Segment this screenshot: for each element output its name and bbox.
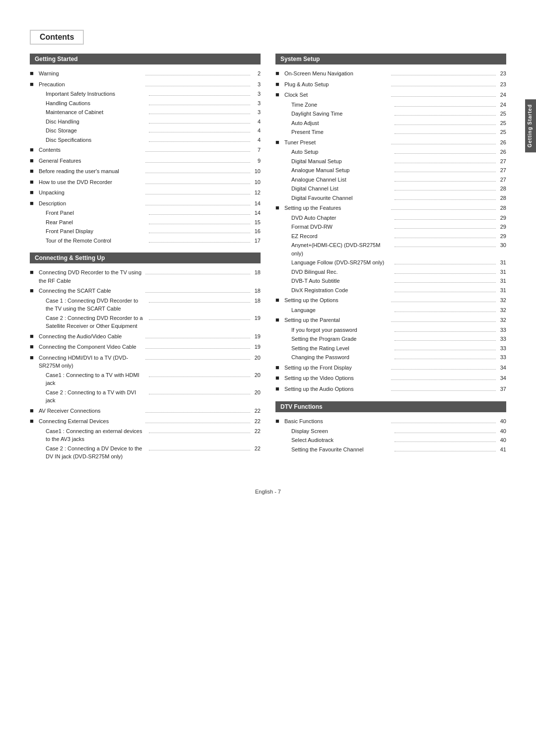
dot-leader bbox=[145, 173, 251, 173]
page-number: 28 bbox=[497, 204, 506, 212]
dot-leader bbox=[145, 205, 251, 205]
dot-leader bbox=[145, 184, 251, 184]
list-item: DVB-T Auto Subtitle31 bbox=[284, 277, 506, 285]
page-number: 22 bbox=[252, 407, 261, 415]
list-item: Time Zone24 bbox=[284, 101, 506, 109]
page-number: 4 bbox=[252, 136, 261, 144]
page-number: 14 bbox=[252, 199, 261, 208]
dot-leader bbox=[391, 209, 496, 210]
dot-leader bbox=[391, 302, 496, 302]
list-item: ■Connecting External Devices22 bbox=[30, 416, 261, 426]
dot-leader bbox=[145, 359, 251, 360]
bullet-icon: ■ bbox=[30, 68, 37, 78]
page-number: 7 bbox=[252, 146, 261, 154]
page-number: 3 bbox=[252, 108, 261, 117]
page-number: 29 bbox=[497, 214, 506, 222]
page-number: 2 bbox=[252, 69, 261, 78]
item-label: Before reading the user's manual bbox=[39, 167, 144, 176]
dtv-section: DTV Functions ■Basic Functions40Display … bbox=[275, 401, 506, 453]
page-number: 33 bbox=[497, 326, 506, 334]
item-label: Connecting DVD Recorder to the TV using … bbox=[39, 268, 144, 285]
dtv-header: DTV Functions bbox=[275, 401, 506, 412]
item-label: Display Screen bbox=[291, 427, 393, 436]
dot-leader bbox=[149, 114, 251, 114]
list-item: Rear Panel15 bbox=[39, 218, 261, 227]
bullet-icon: ■ bbox=[30, 416, 37, 426]
item-label: Precaution bbox=[39, 80, 144, 89]
page-number: 33 bbox=[497, 344, 506, 353]
page-number: 37 bbox=[497, 385, 506, 393]
getting-started-list: ■Warning2■Precaution3Important Safety In… bbox=[30, 68, 261, 245]
list-item: ■Setting up the Front Display34 bbox=[275, 363, 506, 373]
list-item: ■AV Receiver Connections22 bbox=[30, 406, 261, 416]
list-item: Language Follow (DVD-SR275M only)31 bbox=[284, 258, 506, 267]
page-number: 3 bbox=[252, 99, 261, 108]
dot-leader bbox=[395, 264, 496, 264]
item-label: If you forgot your password bbox=[291, 326, 393, 334]
list-item: Disc Storage4 bbox=[39, 126, 261, 135]
list-item: Case 1 : Connecting DVD Recorder to the … bbox=[39, 297, 261, 313]
dot-leader bbox=[395, 340, 496, 341]
list-item: EZ Record29 bbox=[284, 232, 506, 241]
list-item: Changing the Password33 bbox=[284, 353, 506, 362]
dot-leader bbox=[391, 390, 496, 391]
dot-leader bbox=[149, 214, 251, 215]
item-label: Case1 : Connecting to a TV with HDMI jac… bbox=[46, 371, 147, 387]
dot-leader bbox=[395, 125, 496, 125]
list-item: Present Time25 bbox=[284, 128, 506, 136]
item-label: Auto Setup bbox=[291, 148, 393, 156]
item-label: Plug & Auto Setup bbox=[284, 80, 390, 89]
list-item: ■Plug & Auto Setup23 bbox=[275, 79, 506, 89]
dot-leader bbox=[391, 369, 496, 370]
page-number: 19 bbox=[252, 314, 261, 322]
page-number: 25 bbox=[497, 110, 506, 118]
list-item: Important Safety Instructions3 bbox=[39, 90, 261, 98]
connecting-header: Connecting & Setting Up bbox=[30, 252, 261, 263]
item-label: Basic Functions bbox=[284, 417, 390, 426]
page-number: 10 bbox=[252, 167, 261, 176]
page-number: 20 bbox=[252, 388, 261, 397]
item-label: Case 2 : Connecting DVD Recorder to a Sa… bbox=[46, 314, 147, 330]
dot-leader bbox=[391, 423, 496, 423]
list-item: Front Panel14 bbox=[39, 209, 261, 217]
system-setup-header: System Setup bbox=[275, 54, 506, 64]
list-item: DVD Auto Chapter29 bbox=[284, 214, 506, 222]
list-item: ■Setting up the Features28 bbox=[275, 203, 506, 213]
item-label: Changing the Password bbox=[291, 353, 393, 362]
list-item: ■Precaution3 bbox=[30, 79, 261, 89]
bullet-icon: ■ bbox=[30, 342, 37, 352]
list-item: Case1 : Connecting an external devices t… bbox=[39, 427, 261, 443]
item-label: On-Screen Menu Navigation bbox=[284, 69, 390, 78]
item-label: Disc Handling bbox=[46, 118, 147, 126]
dot-leader bbox=[395, 163, 496, 163]
page-number: 27 bbox=[497, 157, 506, 166]
page-number: 28 bbox=[497, 185, 506, 193]
bullet-icon: ■ bbox=[30, 267, 37, 277]
item-label: Tuner Preset bbox=[284, 138, 390, 147]
page-number: 4 bbox=[252, 126, 261, 135]
page-number: 3 bbox=[252, 90, 261, 98]
item-label: Select Audiotrack bbox=[291, 436, 393, 444]
dot-leader bbox=[149, 302, 251, 303]
dot-leader bbox=[395, 115, 496, 116]
bullet-icon: ■ bbox=[30, 286, 37, 296]
page-number: 32 bbox=[497, 316, 506, 324]
bullet-icon: ■ bbox=[30, 331, 37, 341]
bullet-icon: ■ bbox=[275, 384, 282, 394]
page-number: 18 bbox=[252, 287, 261, 295]
item-label: Handling Cautions bbox=[46, 99, 147, 108]
list-item: ■Connecting HDMI/DVI to a TV (DVD-SR275M… bbox=[30, 353, 261, 370]
list-item: Setting the Favourite Channel41 bbox=[284, 445, 506, 454]
bullet-icon: ■ bbox=[30, 198, 37, 208]
list-item: If you forgot your password33 bbox=[284, 326, 506, 334]
page-title: Contents bbox=[30, 30, 84, 45]
dot-leader bbox=[395, 433, 496, 433]
item-label: Setting up the Options bbox=[284, 296, 390, 305]
item-label: Description bbox=[39, 199, 144, 208]
list-item: Display Screen40 bbox=[284, 427, 506, 436]
list-item: Auto Setup26 bbox=[284, 148, 506, 156]
item-label: Auto Adjust bbox=[291, 119, 393, 127]
list-item: ■Setting up the Options32 bbox=[275, 295, 506, 305]
item-label: EZ Record bbox=[291, 232, 393, 241]
dot-leader bbox=[395, 441, 496, 442]
